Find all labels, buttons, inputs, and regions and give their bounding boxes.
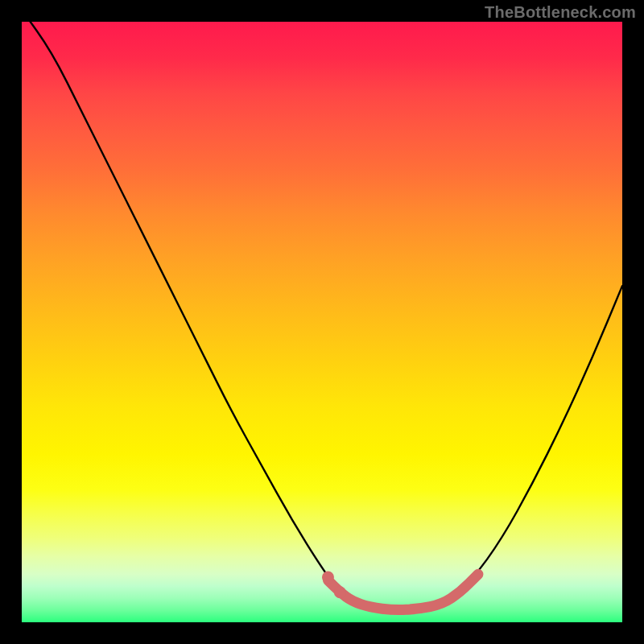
- heat-gradient: [22, 22, 622, 622]
- branding-text: TheBottleneck.com: [485, 3, 636, 22]
- chart-frame: TheBottleneck.com: [0, 0, 644, 644]
- plot-area: [22, 22, 622, 622]
